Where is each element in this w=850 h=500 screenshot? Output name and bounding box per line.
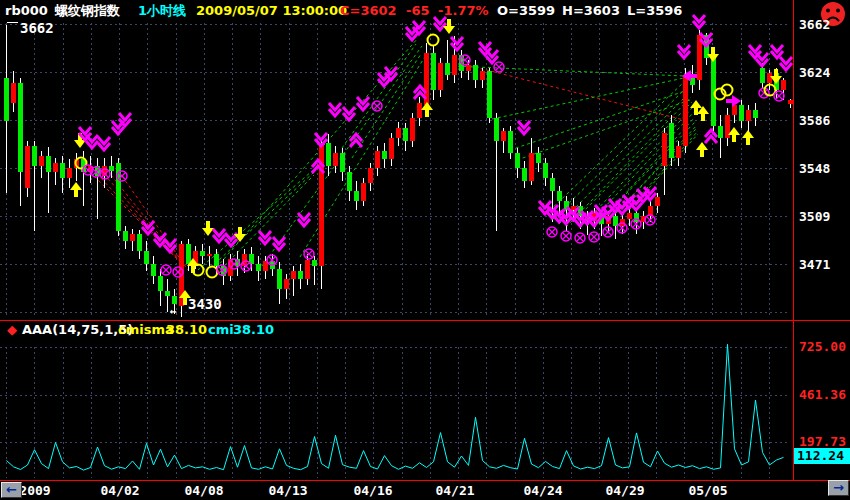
indicator-value1: 38.10 — [166, 322, 207, 337]
chart-high-label: 3662 — [20, 20, 54, 36]
date-label: 05/05 — [688, 483, 727, 498]
high-quote: H=3603 — [562, 3, 620, 18]
price-tick-label: 3548 — [799, 161, 830, 176]
date-label: 04/16 — [353, 483, 392, 498]
indicator-name[interactable]: AAA(14,75,1,5) — [22, 322, 133, 337]
indicator-tick-label: 197.73 — [799, 434, 846, 449]
date-label: 04/21 — [435, 483, 474, 498]
chart-canvas[interactable] — [0, 0, 850, 500]
indicator-label2: cmi — [208, 322, 234, 337]
price-tick-label: 3471 — [799, 257, 830, 272]
change-value: -65 — [406, 3, 430, 18]
datetime-label: 2009/05/07 13:00:00 — [196, 3, 347, 18]
low-quote: L=3596 — [627, 3, 682, 18]
date-label: 04/08 — [184, 483, 223, 498]
open-quote: O=3599 — [497, 3, 555, 18]
date-label: 04/13 — [268, 483, 307, 498]
indicator-diamond-icon: ◆ — [7, 322, 17, 337]
price-tick-label: 3509 — [799, 209, 830, 224]
indicator-current-value: 112.24 — [794, 448, 850, 464]
indicator-tick-label: 461.36 — [799, 387, 846, 402]
change-percent: -1.77% — [438, 3, 489, 18]
date-label: 04/29 — [605, 483, 644, 498]
chart-low-label: 3430 — [188, 296, 222, 312]
symbol-name: 螺纹钢指数 — [55, 3, 120, 18]
scroll-left-button[interactable]: ← — [1, 482, 22, 498]
date-label: 2009 — [19, 483, 50, 498]
date-label: 04/02 — [100, 483, 139, 498]
price-tick-label: 3624 — [799, 65, 830, 80]
date-label: 04/24 — [523, 483, 562, 498]
price-tick-label: 3586 — [799, 113, 830, 128]
trading-app-window: rb000 螺纹钢指数 1小时线 2009/05/07 13:00:00 C=3… — [0, 0, 850, 500]
indicator-value2: 38.10 — [233, 322, 274, 337]
period-label[interactable]: 1小时线 — [138, 3, 186, 18]
indicator-tick-label: 725.00 — [799, 339, 846, 354]
low-pointer-icon: ← — [170, 305, 177, 318]
scroll-right-button[interactable]: → — [828, 480, 849, 496]
price-tick-label: 3662 — [799, 17, 830, 32]
close-quote: C=3602 — [340, 3, 397, 18]
symbol-code: rb000 — [5, 3, 48, 18]
